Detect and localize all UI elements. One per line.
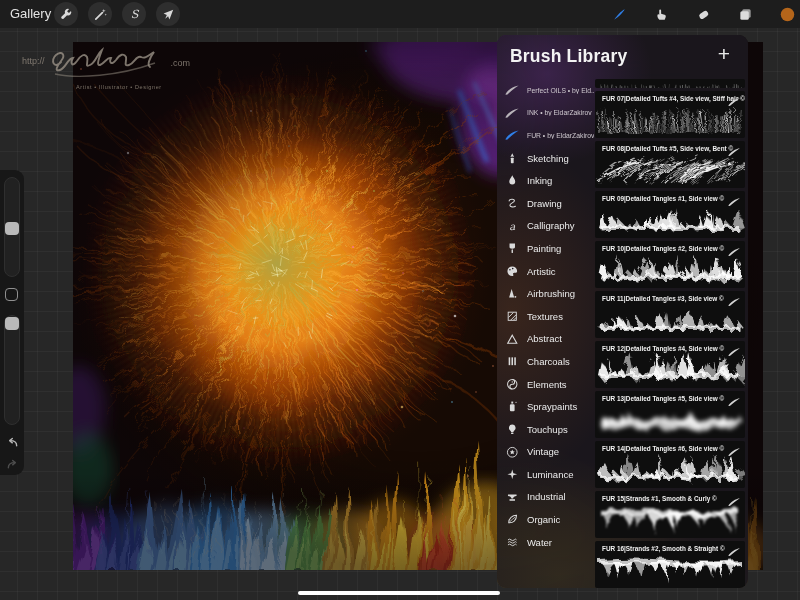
brush-size-handle[interactable]	[5, 222, 19, 235]
selection-button[interactable]: S	[122, 2, 146, 26]
brush-item-partial[interactable]	[595, 79, 745, 88]
brush-stroke-icon	[727, 443, 741, 453]
texture-square-icon	[497, 310, 527, 323]
brush-set-2[interactable]: FUR • by EldarZakirov	[497, 124, 595, 147]
brush-icon	[612, 7, 627, 22]
adjustments-button[interactable]	[88, 2, 112, 26]
brush-set-label: FUR • by EldarZakirov	[527, 132, 594, 139]
brush-stroke-icon	[727, 343, 741, 353]
brush-item-fur-9[interactable]: FUR 09|Detailed Tangles #1, Side view ©	[595, 191, 745, 238]
layers-button[interactable]	[735, 4, 755, 24]
eraser-icon	[696, 7, 711, 22]
category-label: Industrial	[527, 491, 566, 502]
transform-arrow-icon	[161, 7, 176, 22]
brush-opacity-handle[interactable]	[5, 317, 19, 330]
brush-item-fur-13[interactable]: FUR 13|Detailed Tangles #5, Side view ©	[595, 391, 745, 438]
sparkle-icon	[497, 468, 527, 481]
brush-stroke-icon	[727, 143, 741, 153]
modify-button[interactable]	[5, 288, 18, 301]
elements-swirl-icon	[497, 378, 527, 391]
triangle-icon	[497, 333, 527, 346]
brush-library-panel: Brush Library + Perfect OILS • by Eld...…	[497, 35, 748, 588]
brush-stroke-icon	[727, 93, 741, 103]
category-vintage[interactable]: Vintage	[497, 441, 595, 464]
category-label: Airbrushing	[527, 288, 575, 299]
selection-s-icon: S	[127, 7, 142, 22]
brush-set-0[interactable]: Perfect OILS • by Eld...	[497, 79, 595, 102]
brush-stroke-icon	[727, 393, 741, 403]
brush-item-fur-15[interactable]: FUR 15|Strands #1, Smooth & Curly ©	[595, 491, 745, 538]
category-label: Organic	[527, 514, 560, 525]
brush-set-1[interactable]: INK • by EldarZakirov	[497, 102, 595, 125]
color-button[interactable]	[777, 4, 797, 24]
category-industrial[interactable]: Industrial	[497, 486, 595, 509]
category-label: Vintage	[527, 446, 559, 457]
smudge-finger-icon	[654, 7, 669, 22]
brush-item-fur-12[interactable]: FUR 12|Detailed Tangles #4, Side view ©	[595, 341, 745, 388]
brush-item-fur-8[interactable]: FUR 08|Detailed Tufts #5, Side view, Ben…	[595, 141, 745, 188]
erase-button[interactable]	[693, 4, 713, 24]
brush-item-fur-10[interactable]: FUR 10|Detailed Tangles #2, Side view ©	[595, 241, 745, 288]
category-airbrushing[interactable]: Airbrushing	[497, 282, 595, 305]
waves-icon	[497, 536, 527, 549]
category-sketching[interactable]: Sketching	[497, 147, 595, 170]
svg-text:a: a	[509, 220, 516, 231]
category-spraypaints[interactable]: Spraypaints	[497, 395, 595, 418]
brush-preview	[595, 252, 745, 288]
category-water[interactable]: Water	[497, 531, 595, 554]
redo-button[interactable]	[0, 458, 24, 471]
brush-name: FUR 08|Detailed Tufts #5, Side view, Ben…	[602, 145, 733, 152]
category-artistic[interactable]: Artistic	[497, 260, 595, 283]
top-toolbar: Gallery S	[0, 0, 800, 28]
category-label: Abstract	[527, 333, 562, 344]
watermark-tagline: Artist • Illustrator • Designer	[76, 84, 190, 90]
anvil-icon	[497, 491, 527, 504]
svg-text:S: S	[130, 8, 139, 21]
category-label: Luminance	[527, 469, 573, 480]
brush-size-slider[interactable]	[4, 177, 20, 277]
paintbrush-icon	[497, 242, 527, 255]
actions-button[interactable]	[54, 2, 78, 26]
brush-item-fur-16[interactable]: FUR 16|Strands #2, Smooth & Straight ©	[595, 541, 745, 588]
category-charcoals[interactable]: Charcoals	[497, 350, 595, 373]
category-calligraphy[interactable]: aCalligraphy	[497, 215, 595, 238]
brush-category-list: Perfect OILS • by Eld...INK • by EldarZa…	[497, 79, 595, 588]
category-label: Sketching	[527, 153, 569, 164]
brush-item-fur-14[interactable]: FUR 14|Detailed Tangles #6, Side view ©	[595, 441, 745, 488]
category-drawing[interactable]: Drawing	[497, 192, 595, 215]
pencil-icon	[497, 152, 527, 165]
brush-item-fur-7[interactable]: FUR 07|Detailed Tufts #4, Side view, Sti…	[595, 91, 745, 138]
add-brush-button[interactable]: +	[713, 43, 735, 65]
category-elements[interactable]: Elements	[497, 373, 595, 396]
category-textures[interactable]: Textures	[497, 305, 595, 328]
undo-button[interactable]	[0, 436, 24, 449]
smudge-button[interactable]	[651, 4, 671, 24]
category-inking[interactable]: Inking	[497, 169, 595, 192]
brush-name: FUR 16|Strands #2, Smooth & Straight ©	[602, 545, 725, 552]
category-label: Elements	[527, 379, 567, 390]
brush-opacity-slider[interactable]	[4, 315, 20, 425]
transform-button[interactable]	[156, 2, 180, 26]
layers-icon	[738, 7, 753, 22]
brush-name: FUR 11|Detailed Tangles #3, Side view ©	[602, 295, 724, 302]
spray-can-icon	[497, 400, 527, 413]
brush-item-fur-11[interactable]: FUR 11|Detailed Tangles #3, Side view ©	[595, 291, 745, 338]
brush-name: FUR 07|Detailed Tufts #4, Side view, Sti…	[602, 95, 745, 102]
ink-drop-icon	[497, 174, 527, 187]
airbrush-icon	[497, 287, 527, 300]
brush-name: FUR 15|Strands #1, Smooth & Curly ©	[602, 495, 717, 502]
paint-button[interactable]	[609, 4, 629, 24]
category-abstract[interactable]: Abstract	[497, 328, 595, 351]
home-indicator[interactable]	[298, 591, 500, 595]
gallery-button[interactable]: Gallery	[10, 0, 51, 28]
category-organic[interactable]: Organic	[497, 508, 595, 531]
leaf-icon	[497, 513, 527, 526]
category-touchups[interactable]: Touchups	[497, 418, 595, 441]
brush-preview	[595, 302, 745, 338]
category-label: Textures	[527, 311, 563, 322]
watermark-signature	[47, 46, 169, 80]
brush-stroke-icon	[727, 543, 741, 553]
category-painting[interactable]: Painting	[497, 237, 595, 260]
procreate-app: http:// .com Artist • Illustrator • Desi…	[0, 0, 800, 600]
category-luminance[interactable]: Luminance	[497, 463, 595, 486]
